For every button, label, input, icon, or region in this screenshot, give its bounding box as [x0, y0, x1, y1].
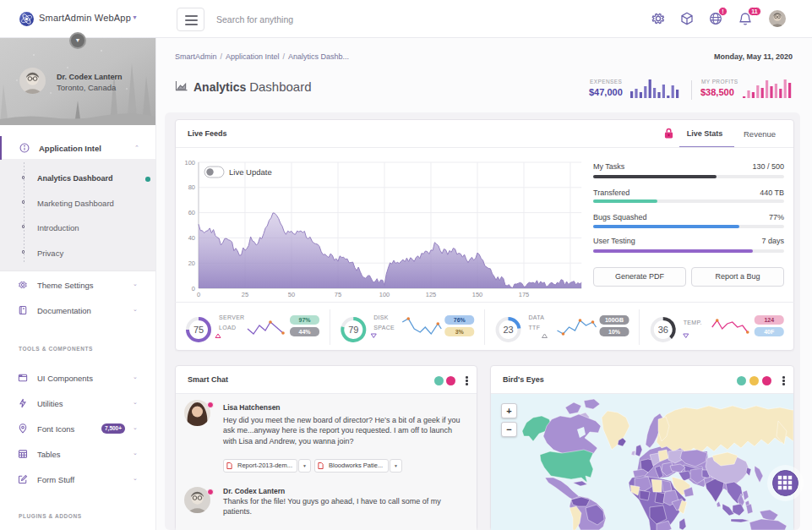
svg-text:10%: 10%: [608, 329, 621, 335]
svg-text:25: 25: [242, 291, 248, 298]
svg-text:DATA: DATA: [529, 314, 545, 320]
svg-text:23: 23: [503, 325, 513, 335]
svg-text:TEMP.: TEMP.: [684, 320, 702, 325]
svg-text:SPACE: SPACE: [373, 325, 395, 331]
svg-text:100GB: 100GB: [605, 317, 624, 323]
svg-text:40: 40: [188, 234, 195, 242]
svg-text:100: 100: [184, 159, 195, 167]
svg-text:44%: 44%: [298, 329, 311, 335]
svg-text:150: 150: [472, 291, 483, 298]
svg-text:SERVER: SERVER: [219, 314, 244, 320]
svg-text:36: 36: [658, 325, 668, 335]
svg-text:LOAD: LOAD: [219, 325, 236, 331]
svg-text:100: 100: [379, 291, 390, 298]
svg-text:20: 20: [188, 260, 195, 267]
svg-text:76%: 76%: [454, 317, 466, 323]
svg-text:TTF: TTF: [529, 325, 541, 331]
svg-text:50: 50: [288, 291, 295, 298]
svg-text:60: 60: [188, 209, 195, 216]
svg-text:75: 75: [193, 325, 204, 335]
svg-text:Live Update: Live Update: [229, 167, 272, 177]
svg-text:175: 175: [519, 291, 530, 298]
svg-text:79: 79: [348, 325, 358, 335]
svg-text:0: 0: [192, 285, 195, 292]
svg-text:97%: 97%: [298, 317, 311, 323]
svg-text:124: 124: [764, 317, 774, 323]
svg-text:DISK: DISK: [373, 314, 389, 320]
svg-text:0: 0: [197, 291, 200, 298]
svg-text:75: 75: [335, 291, 341, 298]
svg-text:3%: 3%: [455, 329, 465, 335]
svg-text:40F: 40F: [764, 329, 775, 335]
svg-text:80: 80: [188, 183, 195, 191]
svg-text:125: 125: [426, 291, 437, 298]
